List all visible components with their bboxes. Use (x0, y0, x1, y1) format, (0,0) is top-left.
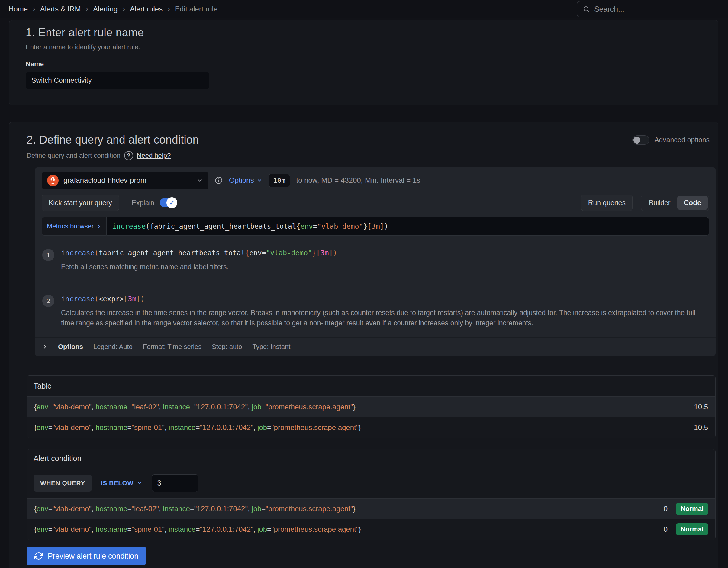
explain-toggle[interactable]: ✓ (160, 198, 177, 207)
search-box[interactable] (577, 1, 728, 17)
results-table-panel: Table {env="vlab-demo", hostname="leaf-0… (27, 375, 716, 438)
step-number-badge: 1 (42, 249, 54, 261)
breadcrumb-separator-icon: › (33, 4, 35, 14)
legend-option: Legend: Auto (93, 343, 133, 351)
code-mode-option[interactable]: Code (677, 196, 708, 210)
promql-token: increase (112, 222, 146, 230)
refresh-icon (34, 552, 43, 560)
promql-token: ] (329, 249, 333, 257)
promql-token: } (363, 222, 367, 230)
when-query-chip[interactable]: WHEN QUERY (34, 475, 92, 492)
chevron-right-icon (96, 224, 101, 229)
promql-token: ( (146, 222, 150, 230)
promql-token: env= (249, 249, 266, 257)
promql-token: ] (380, 222, 384, 230)
promql-token: fabric_agent_agent_heartbeats_total (99, 249, 245, 257)
series-value: 10.5 (694, 403, 708, 411)
step-option: Step: auto (212, 343, 242, 351)
help-icon: ? (124, 151, 133, 160)
breadcrumb-alerts-irm[interactable]: Alerts & IRM (40, 5, 81, 13)
query-options-dropdown[interactable]: Options (229, 176, 263, 185)
promql-token: [ (316, 249, 321, 257)
condition-operator-select[interactable]: IS BELOW (101, 479, 143, 487)
explain-step-2: 2 increase(<expr>[3m]) Calculates the in… (35, 286, 716, 337)
editor-mode-toggle: Builder Code (641, 195, 709, 211)
metrics-browser-label: Metrics browser (47, 222, 94, 230)
promql-token: { (245, 249, 249, 257)
promql-token: } (312, 249, 316, 257)
chevron-right-icon (42, 344, 48, 350)
time-range-text: to now, MD = 43200, Min. Interval = 1s (296, 176, 420, 185)
query-options-label: Options (229, 176, 254, 185)
type-option: Type: Instant (252, 343, 290, 351)
chevron-down-icon (137, 480, 143, 486)
breadcrumb-separator-icon: › (167, 4, 170, 14)
explain-label: Explain (132, 199, 154, 207)
explain-code-line: increase(<expr>[3m]) (61, 295, 707, 303)
promql-query-input[interactable]: increase(fabric_agent_agent_heartbeats_t… (106, 217, 709, 236)
step2-panel: 2. Define query and alert condition Adva… (9, 122, 718, 568)
breadcrumb-separator-icon: › (85, 4, 88, 14)
step1-subtitle: Enter a name to identify your alert rule… (26, 43, 702, 51)
alert-condition-panel: Alert condition WHEN QUERY IS BELOW {env… (27, 449, 716, 540)
query-options-expander[interactable]: Options (58, 343, 83, 351)
promql-token: ] (136, 295, 140, 303)
series-row: {env="vlab-demo", hostname="leaf-02", in… (27, 499, 715, 519)
top-navbar: Home › Alerts & IRM › Alerting › Alert r… (0, 0, 728, 18)
preview-alert-rule-condition-button[interactable]: Preview alert rule condition (27, 547, 146, 565)
state-badge: Normal (676, 503, 708, 515)
step2-subtitle: Define query and alert condition (27, 152, 121, 160)
promql-token: [ (124, 295, 128, 303)
step1-panel: 1. Enter alert rule name Enter a name to… (9, 20, 718, 105)
need-help-link[interactable]: Need help? (137, 152, 171, 160)
metrics-browser-button[interactable]: Metrics browser (42, 217, 106, 236)
alert-condition-rows: {env="vlab-demo", hostname="leaf-02", in… (27, 498, 715, 540)
alert-rule-name-input[interactable] (26, 72, 209, 89)
series-row: {env="vlab-demo", hostname="spine-01", i… (27, 519, 715, 540)
state-badge: Normal (676, 523, 708, 535)
breadcrumb-home[interactable]: Home (8, 5, 28, 13)
datasource-name: grafanacloud-hhdev-prom (63, 176, 192, 185)
step2-title: 2. Define query and alert condition (27, 134, 199, 146)
preview-button-label: Preview alert rule condition (48, 552, 138, 560)
explain-description: Calculates the increase in the time seri… (61, 308, 707, 328)
promql-token: "vlab-demo" (266, 249, 312, 257)
datasource-picker[interactable]: grafanacloud-hhdev-prom (42, 172, 208, 189)
promql-token: increase (61, 295, 95, 303)
promql-token: env (300, 222, 313, 230)
explain-step-1: 1 increase(fabric_agent_agent_heartbeats… (35, 240, 716, 281)
breadcrumb-alert-rules[interactable]: Alert rules (130, 5, 163, 13)
table-rows: {env="vlab-demo", hostname="leaf-02", in… (27, 397, 715, 438)
step-number-badge: 2 (42, 295, 54, 307)
promql-token: increase (61, 249, 95, 257)
series-labels: {env="vlab-demo", hostname="spine-01", i… (34, 525, 361, 534)
promql-token: { (296, 222, 301, 230)
series-labels: {env="vlab-demo", hostname="leaf-02", in… (34, 505, 356, 513)
alert-condition-title: Alert condition (27, 449, 715, 468)
advanced-options-toggle[interactable] (632, 135, 649, 145)
breadcrumb-separator-icon: › (122, 4, 125, 14)
run-queries-button[interactable]: Run queries (581, 195, 633, 211)
builder-mode-option[interactable]: Builder (642, 196, 677, 210)
step1-title: 1. Enter alert rule name (26, 26, 702, 39)
series-labels: {env="vlab-demo", hostname="leaf-02", in… (34, 403, 356, 411)
promql-token: ( (95, 295, 99, 303)
promql-token: 3m (372, 222, 380, 230)
threshold-input[interactable] (152, 474, 198, 492)
series-row: {env="vlab-demo", hostname="leaf-02", in… (27, 397, 715, 417)
promql-token: ) (333, 249, 337, 257)
promql-token: = (313, 222, 317, 230)
series-value: 0 (664, 505, 668, 513)
kick-start-query-button[interactable]: Kick start your query (42, 195, 119, 211)
series-value: 10.5 (694, 423, 708, 432)
promql-token: 3m (128, 295, 137, 303)
table-panel-title: Table (27, 376, 715, 397)
search-input[interactable] (594, 5, 723, 14)
promql-token: ) (140, 295, 145, 303)
breadcrumb-alerting[interactable]: Alerting (93, 5, 118, 13)
toggle-knob-check-icon: ✓ (166, 197, 177, 208)
name-field-label: Name (26, 60, 702, 68)
chevron-down-icon (256, 177, 263, 183)
series-row: {env="vlab-demo", hostname="spine-01", i… (27, 417, 715, 438)
advanced-options-label: Advanced options (654, 136, 710, 144)
